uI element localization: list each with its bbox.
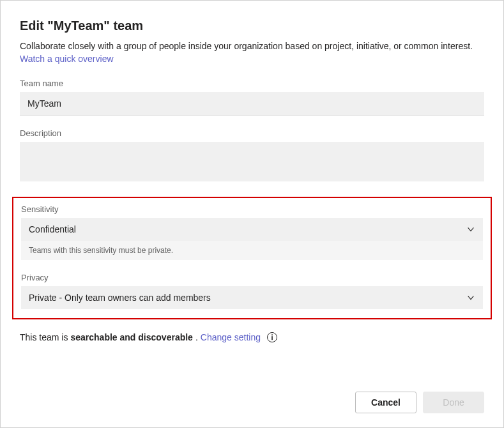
team-name-field-block: Team name [20, 79, 484, 116]
change-setting-link[interactable]: Change setting [201, 332, 261, 342]
description-input[interactable] [20, 142, 484, 181]
searchable-bold: searchable and discoverable [70, 332, 192, 342]
privacy-field-block: Privacy Private - Only team owners can a… [21, 273, 483, 309]
watch-overview-link[interactable]: Watch a quick overview [20, 54, 114, 64]
dialog-title: Edit "MyTeam" team [20, 19, 484, 33]
sensitivity-field-block: Sensitivity Confidential Teams with this… [21, 204, 483, 260]
dialog-subtitle: Collaborate closely with a group of peop… [20, 40, 484, 66]
description-label: Description [20, 128, 484, 138]
searchable-suffix: . [195, 332, 198, 342]
team-name-label: Team name [20, 79, 484, 88]
team-name-input[interactable] [20, 92, 484, 116]
cancel-button[interactable]: Cancel [355, 392, 416, 413]
svg-rect-1 [271, 336, 273, 340]
info-icon[interactable] [267, 332, 277, 342]
done-button: Done [423, 392, 484, 413]
privacy-select[interactable]: Private - Only team owners can add membe… [21, 286, 483, 309]
dialog-button-row: Cancel Done [355, 392, 484, 413]
chevron-down-icon [466, 225, 475, 234]
sensitivity-label: Sensitivity [21, 204, 483, 214]
sensitivity-privacy-highlight: Sensitivity Confidential Teams with this… [12, 197, 492, 319]
dialog-subtitle-text: Collaborate closely with a group of peop… [20, 41, 473, 51]
privacy-value: Private - Only team owners can add membe… [29, 293, 211, 303]
chevron-down-icon [466, 293, 475, 302]
sensitivity-select[interactable]: Confidential [21, 218, 483, 241]
svg-point-0 [271, 334, 273, 335]
sensitivity-helper: Teams with this sensitivity must be priv… [21, 241, 483, 260]
searchable-prefix: This team is [20, 332, 68, 342]
edit-team-dialog: Edit "MyTeam" team Collaborate closely w… [0, 0, 504, 428]
privacy-label: Privacy [21, 273, 483, 282]
sensitivity-value: Confidential [29, 224, 76, 234]
description-field-block: Description [20, 128, 484, 184]
searchable-row: This team is searchable and discoverable… [20, 332, 484, 342]
